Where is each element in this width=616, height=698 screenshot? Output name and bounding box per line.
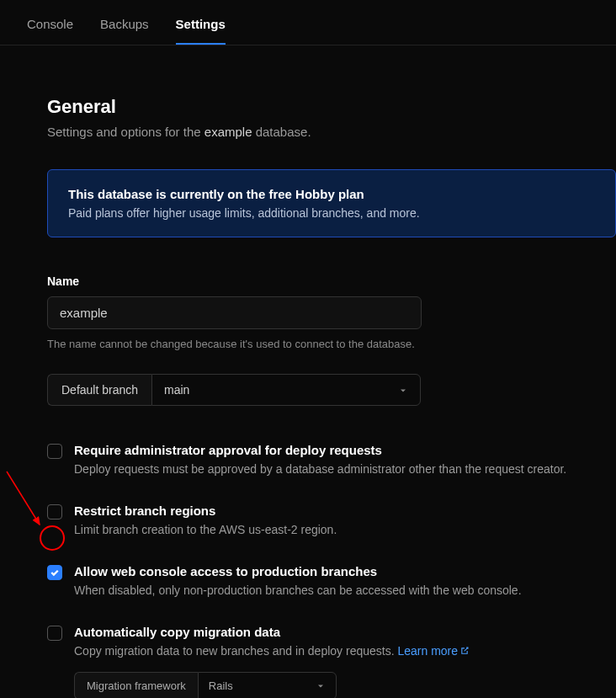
checkbox-title: Restrict branch regions <box>74 504 616 518</box>
subtitle-suffix: database. <box>252 125 311 139</box>
subtitle-db-name: example <box>204 125 252 139</box>
checkbox-admin-approval: Require administrator approval for deplo… <box>47 443 616 478</box>
default-branch-row: Default branch main <box>47 374 616 406</box>
banner-title: This database is currently on the free H… <box>68 187 595 201</box>
migration-framework-row: Migration framework Rails <box>74 672 616 698</box>
checkbox-content: Automatically copy migration data Copy m… <box>74 625 616 660</box>
tab-backups[interactable]: Backups <box>100 10 149 45</box>
checkbox-title: Automatically copy migration data <box>74 625 616 639</box>
checkbox-restrict-regions-box[interactable] <box>47 504 62 520</box>
banner-text: Paid plans offer higher usage limits, ad… <box>68 206 595 220</box>
tab-console[interactable]: Console <box>27 10 73 45</box>
checkbox-migration: Automatically copy migration data Copy m… <box>47 625 616 660</box>
name-help-text: The name cannot be changed because it's … <box>47 338 616 350</box>
migration-framework-value: Rails <box>209 679 233 692</box>
default-branch-label: Default branch <box>47 374 151 406</box>
tab-settings[interactable]: Settings <box>176 10 226 45</box>
external-link-icon <box>459 643 470 653</box>
migration-framework-label: Migration framework <box>74 672 198 698</box>
migration-framework-select[interactable]: Rails <box>198 672 337 698</box>
checkbox-desc: Copy migration data to new branches and … <box>74 642 616 660</box>
chevron-down-icon <box>398 385 408 395</box>
chevron-down-icon <box>316 681 326 691</box>
checkbox-restrict-regions: Restrict branch regions Limit branch cre… <box>47 504 616 539</box>
checkbox-web-console: Allow web console access to production b… <box>47 564 616 599</box>
checkbox-web-console-box[interactable] <box>47 565 62 580</box>
tab-bar: Console Backups Settings <box>0 0 616 45</box>
checkbox-migration-box[interactable] <box>47 626 62 641</box>
branch-value: main <box>164 383 189 397</box>
checkbox-desc: Deploy requests must be approved by a da… <box>74 461 616 478</box>
section-title: General <box>47 96 616 118</box>
plan-banner: This database is currently on the free H… <box>47 169 616 237</box>
checkbox-desc: When disabled, only non-production branc… <box>74 582 616 599</box>
settings-content: General Settings and options for the exa… <box>0 45 616 698</box>
name-label: Name <box>47 274 616 288</box>
default-branch-select[interactable]: main <box>151 374 421 406</box>
checkbox-admin-approval-box[interactable] <box>47 444 62 459</box>
name-input[interactable] <box>47 296 422 329</box>
checkbox-title: Allow web console access to production b… <box>74 564 616 578</box>
checkbox-content: Allow web console access to production b… <box>74 564 616 599</box>
checkbox-desc: Limit branch creation to the AWS us-east… <box>74 521 616 539</box>
section-subtitle: Settings and options for the example dat… <box>47 125 616 139</box>
checkbox-content: Require administrator approval for deplo… <box>74 443 616 478</box>
subtitle-prefix: Settings and options for the <box>47 125 204 139</box>
learn-more-text: Learn more <box>397 644 458 658</box>
migration-desc-text: Copy migration data to new branches and … <box>74 644 397 658</box>
checkbox-content: Restrict branch regions Limit branch cre… <box>74 504 616 539</box>
checkbox-title: Require administrator approval for deplo… <box>74 443 616 457</box>
learn-more-link[interactable]: Learn more <box>397 644 470 658</box>
